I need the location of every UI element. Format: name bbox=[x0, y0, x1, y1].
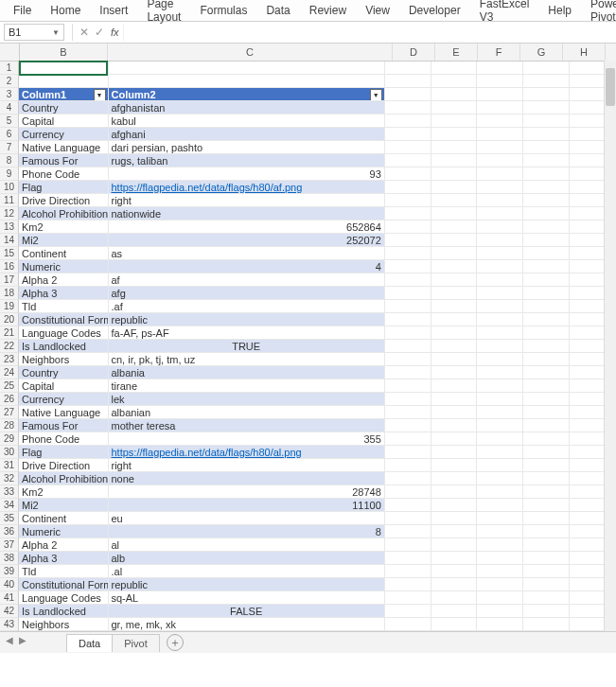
cell[interactable] bbox=[431, 128, 478, 141]
cell[interactable] bbox=[523, 181, 570, 194]
cell[interactable] bbox=[385, 234, 431, 247]
cell[interactable] bbox=[19, 62, 108, 75]
cell[interactable] bbox=[385, 114, 431, 128]
row-header[interactable]: 36 bbox=[0, 525, 19, 538]
cell[interactable] bbox=[431, 101, 478, 114]
cell[interactable]: republic bbox=[109, 313, 385, 326]
cancel-icon[interactable]: ✕ bbox=[77, 26, 92, 39]
cell[interactable]: as bbox=[109, 247, 385, 260]
cell[interactable] bbox=[431, 313, 478, 326]
cell[interactable] bbox=[109, 75, 385, 88]
cell[interactable] bbox=[385, 393, 431, 406]
cell[interactable]: Drive Direction bbox=[19, 459, 108, 472]
ribbon-tab-view[interactable]: View bbox=[356, 1, 399, 20]
cell[interactable] bbox=[477, 419, 523, 432]
cell[interactable] bbox=[431, 181, 478, 194]
cell[interactable]: TRUE bbox=[109, 340, 385, 353]
cell[interactable] bbox=[385, 128, 431, 141]
cell[interactable]: gr, me, mk, xk bbox=[109, 618, 385, 631]
cell[interactable] bbox=[523, 366, 570, 379]
cell[interactable] bbox=[523, 393, 570, 406]
cell[interactable]: dari persian, pashto bbox=[109, 141, 385, 154]
row-header[interactable]: 28 bbox=[0, 419, 19, 432]
cell[interactable] bbox=[431, 273, 478, 287]
cell[interactable] bbox=[477, 313, 523, 326]
cell[interactable]: Drive Direction bbox=[19, 194, 108, 207]
cell[interactable]: Alpha 2 bbox=[19, 538, 108, 552]
cell[interactable] bbox=[431, 141, 478, 154]
cell[interactable] bbox=[431, 472, 478, 485]
cell[interactable] bbox=[431, 287, 478, 300]
cell[interactable]: albania bbox=[109, 366, 385, 379]
row-header[interactable]: 18 bbox=[0, 287, 19, 300]
cell[interactable] bbox=[385, 353, 431, 366]
cell[interactable]: Tld bbox=[19, 565, 108, 578]
cell[interactable]: Mi2 bbox=[19, 234, 108, 247]
ribbon-tab-insert[interactable]: Insert bbox=[90, 1, 137, 20]
row-header[interactable]: 4 bbox=[0, 101, 19, 114]
cell[interactable] bbox=[477, 154, 523, 167]
cell[interactable] bbox=[385, 565, 431, 578]
cell[interactable]: afghanistan bbox=[109, 101, 385, 114]
cell[interactable] bbox=[385, 499, 431, 512]
cell[interactable] bbox=[477, 618, 523, 631]
cell[interactable] bbox=[477, 472, 523, 485]
cell[interactable] bbox=[431, 326, 478, 340]
cell[interactable] bbox=[523, 605, 570, 618]
cell[interactable]: 4 bbox=[109, 260, 385, 273]
cell[interactable] bbox=[385, 181, 431, 194]
row-header[interactable]: 38 bbox=[0, 552, 19, 565]
cell[interactable]: .af bbox=[109, 300, 385, 313]
cell[interactable]: republic bbox=[109, 578, 385, 591]
cell[interactable] bbox=[385, 552, 431, 565]
cell[interactable] bbox=[523, 234, 570, 247]
cell[interactable] bbox=[477, 88, 523, 101]
cell[interactable] bbox=[431, 618, 478, 631]
cell[interactable] bbox=[477, 432, 523, 446]
cell[interactable] bbox=[431, 88, 478, 101]
cell[interactable] bbox=[477, 75, 523, 88]
cell[interactable]: 93 bbox=[109, 167, 385, 181]
cell[interactable] bbox=[385, 300, 431, 313]
col-header-E[interactable]: E bbox=[435, 44, 478, 61]
cell[interactable] bbox=[523, 446, 570, 459]
row-header[interactable]: 40 bbox=[0, 578, 19, 591]
cell[interactable] bbox=[477, 207, 523, 220]
cell[interactable] bbox=[477, 538, 523, 552]
cell[interactable] bbox=[431, 446, 478, 459]
cell[interactable] bbox=[523, 538, 570, 552]
col-header-D[interactable]: D bbox=[393, 44, 435, 61]
cell[interactable] bbox=[523, 459, 570, 472]
nav-next-icon[interactable]: ▶ bbox=[19, 635, 26, 645]
cell[interactable] bbox=[477, 379, 523, 393]
cell[interactable]: Country bbox=[19, 101, 108, 114]
cell[interactable]: Numeric bbox=[19, 525, 108, 538]
cell[interactable]: Neighbors bbox=[19, 353, 108, 366]
ribbon-tab-developer[interactable]: Developer bbox=[399, 1, 470, 20]
cell[interactable] bbox=[431, 234, 478, 247]
cell[interactable]: 252072 bbox=[109, 234, 385, 247]
row-header[interactable]: 10 bbox=[0, 181, 19, 194]
cell[interactable] bbox=[385, 432, 431, 446]
cell[interactable] bbox=[385, 618, 431, 631]
cell[interactable]: Continent bbox=[19, 247, 108, 260]
cell[interactable] bbox=[477, 128, 523, 141]
cell[interactable]: right bbox=[109, 194, 385, 207]
cell[interactable] bbox=[385, 326, 431, 340]
cell[interactable] bbox=[477, 393, 523, 406]
row-header[interactable]: 42 bbox=[0, 605, 19, 618]
ribbon-tab-formulas[interactable]: Formulas bbox=[190, 1, 256, 20]
row-header[interactable]: 17 bbox=[0, 273, 19, 287]
cell[interactable] bbox=[477, 167, 523, 181]
cell[interactable] bbox=[477, 512, 523, 525]
cell[interactable] bbox=[431, 578, 478, 591]
row-header[interactable]: 5 bbox=[0, 114, 19, 128]
cell[interactable] bbox=[523, 273, 570, 287]
cell[interactable] bbox=[523, 591, 570, 605]
cell[interactable] bbox=[385, 247, 431, 260]
cell[interactable] bbox=[523, 101, 570, 114]
cell[interactable] bbox=[523, 141, 570, 154]
cell[interactable] bbox=[477, 340, 523, 353]
cell[interactable] bbox=[431, 340, 478, 353]
row-header[interactable]: 26 bbox=[0, 393, 19, 406]
